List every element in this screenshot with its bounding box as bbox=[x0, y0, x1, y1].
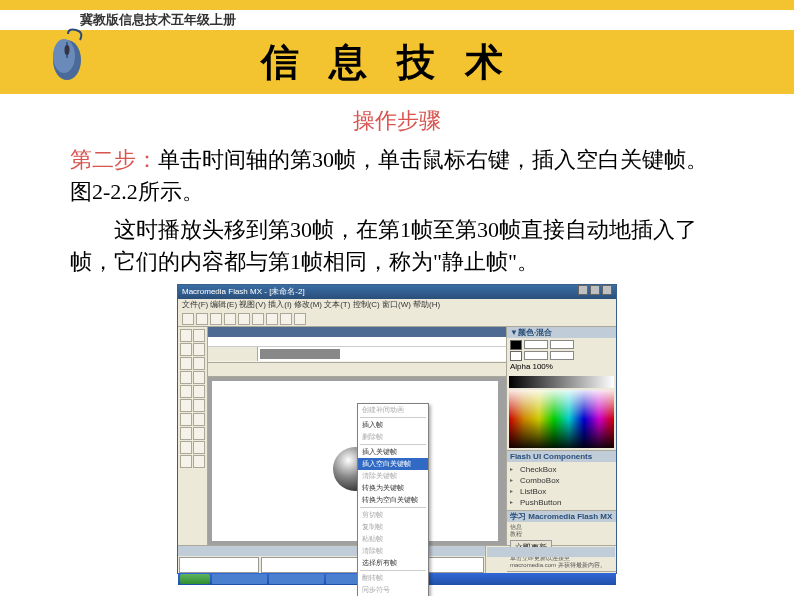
timeline-ruler[interactable] bbox=[208, 337, 506, 347]
mixer-controls: Alpha 100% bbox=[507, 338, 616, 374]
start-button[interactable] bbox=[180, 574, 210, 584]
answers-head[interactable]: 学习 Macromedia Flash MX bbox=[507, 511, 616, 522]
hand-tool-icon[interactable] bbox=[180, 441, 192, 454]
scene-tab[interactable] bbox=[208, 363, 506, 377]
toolbar-new-icon[interactable] bbox=[182, 313, 194, 325]
answers-item[interactable]: 教程 bbox=[510, 531, 613, 538]
comp-pushbutton[interactable]: PushButton bbox=[510, 497, 613, 508]
fill-transform-icon[interactable] bbox=[193, 399, 205, 412]
slide-content: 操作步骤 第二步：单击时间轴的第30帧，单击鼠标右键，插入空白关键帧。图2-2.… bbox=[0, 94, 794, 596]
mixer-field[interactable] bbox=[550, 340, 574, 349]
task-item[interactable] bbox=[212, 574, 267, 584]
cm-select-all[interactable]: 选择所有帧 bbox=[358, 557, 428, 569]
cm-clear-frames[interactable]: 清除帧 bbox=[358, 545, 428, 557]
comp-listbox[interactable]: ListBox bbox=[510, 486, 613, 497]
timeline-header bbox=[208, 327, 506, 337]
main-toolbar bbox=[178, 311, 616, 327]
toolbox bbox=[178, 327, 208, 545]
toolbar-open-icon[interactable] bbox=[196, 313, 208, 325]
cm-cut-frames[interactable]: 剪切帧 bbox=[358, 509, 428, 521]
cm-reverse[interactable]: 翻转帧 bbox=[358, 572, 428, 584]
cm-insert-frame[interactable]: 插入帧 bbox=[358, 419, 428, 431]
mixer-field[interactable] bbox=[524, 340, 548, 349]
pen-tool-icon[interactable] bbox=[180, 357, 192, 370]
cm-insert-keyframe[interactable]: 插入关键帧 bbox=[358, 446, 428, 458]
fill-swatch[interactable] bbox=[510, 351, 522, 361]
cm-insert-blank-keyframe[interactable]: 插入空白关键帧 bbox=[358, 458, 428, 470]
cm-create-tween[interactable]: 创建补间动画 bbox=[358, 404, 428, 416]
toolbar-cut-icon[interactable] bbox=[238, 313, 250, 325]
cm-sep bbox=[360, 507, 426, 508]
mixer-head[interactable]: ▼颜色·混合 bbox=[507, 327, 616, 338]
step2-paragraph: 第二步：单击时间轴的第30帧，单击鼠标右键，插入空白关键帧。图2-2.2所示。 bbox=[70, 144, 724, 208]
lasso-tool-icon[interactable] bbox=[193, 343, 205, 356]
oval-tool-icon[interactable] bbox=[180, 371, 192, 384]
arrow-tool-icon[interactable] bbox=[180, 329, 192, 342]
cm-paste-frames[interactable]: 粘贴帧 bbox=[358, 533, 428, 545]
cm-clear-keyframe[interactable]: 清除关键帧 bbox=[358, 470, 428, 482]
subselect-tool-icon[interactable] bbox=[193, 329, 205, 342]
cm-convert-keyframe[interactable]: 转换为关键帧 bbox=[358, 482, 428, 494]
toolbar-copy-icon[interactable] bbox=[252, 313, 264, 325]
transform-tool-icon[interactable] bbox=[180, 399, 192, 412]
comp-checkbox[interactable]: CheckBox bbox=[510, 464, 613, 475]
window-titlebar: Macromedia Flash MX - [未命名-2] bbox=[178, 285, 616, 299]
toolbar-print-icon[interactable] bbox=[224, 313, 236, 325]
step2-text: 单击时间轴的第30帧，单击鼠标右键，插入空白关键帧。图2-2.2所示。 bbox=[70, 147, 708, 204]
stage[interactable]: 创建补间动画 插入帧 删除帧 插入关键帧 插入空白关键帧 清除关键帧 转换为关键… bbox=[212, 381, 498, 541]
ink-tool-icon[interactable] bbox=[180, 413, 192, 426]
app-body: 创建补间动画 插入帧 删除帧 插入关键帧 插入空白关键帧 清除关键帧 转换为关键… bbox=[178, 327, 616, 545]
book-label: 冀教版信息技术五年级上册 bbox=[80, 12, 236, 27]
toolbar-save-icon[interactable] bbox=[210, 313, 222, 325]
answers-item[interactable]: 信息 bbox=[510, 524, 613, 531]
bucket-tool-icon[interactable] bbox=[193, 413, 205, 426]
minimize-button[interactable] bbox=[578, 285, 588, 295]
cm-convert-blank-keyframe[interactable]: 转换为空白关键帧 bbox=[358, 494, 428, 506]
svg-point-3 bbox=[65, 45, 70, 55]
line-tool-icon[interactable] bbox=[180, 343, 192, 356]
layer-name[interactable] bbox=[208, 347, 258, 361]
timeline-panel bbox=[208, 327, 506, 363]
cm-copy-frames[interactable]: 复制帧 bbox=[358, 521, 428, 533]
fill-color-icon[interactable] bbox=[193, 455, 205, 468]
text-tool-icon[interactable] bbox=[193, 357, 205, 370]
props-head[interactable] bbox=[487, 547, 615, 557]
cm-sep bbox=[360, 417, 426, 418]
toolbar-redo-icon[interactable] bbox=[294, 313, 306, 325]
cm-sync[interactable]: 同步符号 bbox=[358, 584, 428, 596]
mixer-field[interactable] bbox=[550, 351, 574, 360]
mixer-field[interactable] bbox=[524, 351, 548, 360]
timeline-layer[interactable] bbox=[208, 347, 506, 361]
frame-span bbox=[260, 349, 340, 359]
actions-tree[interactable] bbox=[179, 557, 259, 573]
layer-frames[interactable] bbox=[258, 347, 506, 361]
stroke-color-icon[interactable] bbox=[180, 455, 192, 468]
color-picker[interactable] bbox=[509, 390, 614, 448]
flash-screenshot: Macromedia Flash MX - [未命名-2] 文件(F) 编辑(E… bbox=[177, 284, 617, 574]
stroke-swatch[interactable] bbox=[510, 340, 522, 350]
gradient-preview[interactable] bbox=[509, 376, 614, 388]
toolbar-paste-icon[interactable] bbox=[266, 313, 278, 325]
brush-tool-icon[interactable] bbox=[193, 385, 205, 398]
cm-delete-frame[interactable]: 删除帧 bbox=[358, 431, 428, 443]
mouse-icon bbox=[50, 28, 88, 86]
figure-wrap: Macromedia Flash MX - [未命名-2] 文件(F) 编辑(E… bbox=[70, 284, 724, 574]
window-controls bbox=[578, 285, 612, 299]
rect-tool-icon[interactable] bbox=[193, 371, 205, 384]
zoom-tool-icon[interactable] bbox=[193, 441, 205, 454]
toolbar-undo-icon[interactable] bbox=[280, 313, 292, 325]
components-list: CheckBox ComboBox ListBox PushButton bbox=[507, 462, 616, 510]
close-button[interactable] bbox=[602, 285, 612, 295]
title-band: 信息技术 bbox=[0, 30, 794, 94]
comp-combobox[interactable]: ComboBox bbox=[510, 475, 613, 486]
maximize-button[interactable] bbox=[590, 285, 600, 295]
eyedropper-tool-icon[interactable] bbox=[180, 427, 192, 440]
pencil-tool-icon[interactable] bbox=[180, 385, 192, 398]
components-head[interactable]: Flash UI Components bbox=[507, 451, 616, 462]
main-title: 信息技术 bbox=[261, 37, 533, 88]
book-header: 冀教版信息技术五年级上册 bbox=[0, 10, 794, 30]
task-item[interactable] bbox=[269, 574, 324, 584]
eraser-tool-icon[interactable] bbox=[193, 427, 205, 440]
menubar[interactable]: 文件(F) 编辑(E) 视图(V) 插入(I) 修改(M) 文本(T) 控制(C… bbox=[178, 299, 616, 311]
actions-head[interactable] bbox=[178, 546, 485, 556]
